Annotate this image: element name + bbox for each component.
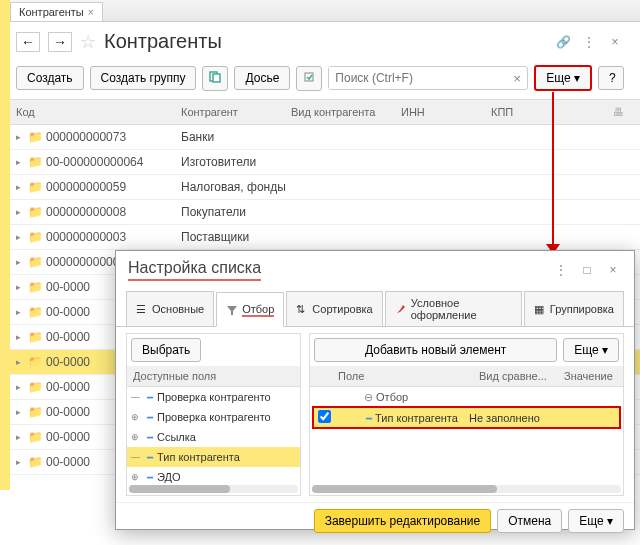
print-icon[interactable]: 🖶 (613, 106, 624, 118)
scrollbar[interactable] (129, 485, 298, 493)
folder-icon: 📁 (28, 430, 46, 444)
column-inn[interactable]: ИНН (401, 106, 491, 118)
favorite-icon[interactable]: ☆ (80, 31, 96, 53)
expand-icon[interactable]: ▸ (16, 257, 28, 267)
link-icon[interactable]: 🔗 (554, 33, 572, 51)
expand-icon[interactable]: ▸ (16, 307, 28, 317)
condition-header: Поле Вид сравне... Значение (310, 366, 623, 387)
list-icon: ☰ (136, 303, 148, 315)
annotation-arrow (552, 92, 554, 247)
expand-icon[interactable]: ▸ (16, 132, 28, 142)
field-label: Тип контрагента (157, 451, 240, 463)
select-button[interactable]: Выбрать (131, 338, 201, 362)
more-button[interactable]: Еще ▾ (534, 65, 592, 91)
expand-icon[interactable]: ▸ (16, 232, 28, 242)
create-button[interactable]: Создать (16, 66, 84, 90)
expand-icon[interactable]: ▸ (16, 182, 28, 192)
field-item[interactable]: —━Проверка контрагенто (127, 387, 300, 407)
create-group-button[interactable]: Создать группу (90, 66, 197, 90)
expand-icon[interactable]: ▸ (16, 457, 28, 467)
close-icon[interactable]: × (604, 261, 622, 279)
folder-icon: 📁 (28, 305, 46, 319)
page-title: Контрагенты (104, 30, 222, 53)
table-header: Код Контрагент Вид контрагента ИНН КПП 🖶 (0, 99, 640, 125)
forward-button[interactable]: → (48, 32, 72, 52)
document-tab[interactable]: Контрагенты × (10, 2, 103, 21)
attach-button[interactable] (296, 66, 322, 91)
filter-icon (226, 304, 238, 316)
sort-icon: ⇅ (296, 303, 308, 315)
field-icon: ━ (147, 432, 153, 443)
folder-icon: 📁 (28, 230, 46, 244)
field-label: ЭДО (157, 471, 181, 483)
row-code: 000000000003 (46, 230, 181, 244)
close-icon[interactable]: × (606, 33, 624, 51)
field-item[interactable]: ⊕━Проверка контрагенто (127, 407, 300, 427)
field-icon: ━ (147, 392, 153, 403)
table-row[interactable]: ▸📁000000000073Банки (0, 125, 640, 150)
copy-button[interactable] (202, 66, 228, 91)
back-button[interactable]: ← (16, 32, 40, 52)
group-icon: ▦ (534, 303, 546, 315)
expand-icon[interactable]: ▸ (16, 357, 28, 367)
tab-group[interactable]: ▦Группировка (524, 291, 624, 326)
field-item[interactable]: —━Тип контрагента (127, 447, 300, 467)
folder-icon: 📁 (28, 380, 46, 394)
expand-icon[interactable]: ⊕ (131, 412, 139, 422)
field-item[interactable]: ⊕━Ссылка (127, 427, 300, 447)
available-fields-header: Доступные поля (127, 366, 300, 387)
expand-icon[interactable]: ▸ (16, 332, 28, 342)
tab-format[interactable]: Условное оформление (385, 291, 522, 326)
field-item[interactable]: ⊕━ЭДО (127, 467, 300, 483)
tab-main[interactable]: ☰Основные (126, 291, 214, 326)
help-button[interactable]: ? (598, 66, 624, 90)
field-icon: ━ (147, 472, 153, 483)
dossier-button[interactable]: Досье (234, 66, 290, 90)
menu-icon[interactable]: ⋮ (552, 261, 570, 279)
table-row[interactable]: ▸📁00-000000000064Изготовители (0, 150, 640, 175)
expand-icon[interactable]: — (131, 392, 140, 402)
column-name[interactable]: Контрагент (181, 106, 291, 118)
condition-checkbox[interactable] (318, 410, 331, 423)
row-name: Банки (181, 130, 624, 144)
expand-icon[interactable]: ⊕ (131, 432, 139, 442)
expand-icon[interactable]: ▸ (16, 282, 28, 292)
tab-filter[interactable]: Отбор (216, 292, 284, 327)
search-input[interactable] (329, 67, 507, 89)
row-code: 00-000000000064 (46, 155, 181, 169)
clear-search-icon[interactable]: × (507, 67, 527, 89)
expand-icon[interactable]: — (131, 452, 140, 462)
expand-icon[interactable]: ⊕ (131, 472, 139, 482)
folder-icon: 📁 (28, 405, 46, 419)
expand-icon[interactable]: ▸ (16, 407, 28, 417)
expand-icon[interactable]: ▸ (16, 207, 28, 217)
more-button[interactable]: Еще ▾ (563, 338, 619, 362)
folder-icon: 📁 (28, 355, 46, 369)
expand-icon[interactable]: ▸ (16, 157, 28, 167)
menu-icon[interactable]: ⋮ (580, 33, 598, 51)
scrollbar[interactable] (312, 485, 621, 493)
finish-editing-button[interactable]: Завершить редактирование (314, 509, 492, 533)
maximize-icon[interactable]: □ (578, 261, 596, 279)
column-type[interactable]: Вид контрагента (291, 106, 401, 118)
add-element-button[interactable]: Добавить новый элемент (314, 338, 557, 362)
close-icon[interactable]: × (88, 7, 94, 18)
cancel-button[interactable]: Отмена (497, 509, 562, 533)
list-settings-dialog: Настройка списка ⋮ □ × ☰Основные Отбор ⇅… (115, 250, 635, 530)
expand-icon[interactable]: ▸ (16, 382, 28, 392)
more-button[interactable]: Еще ▾ (568, 509, 624, 533)
column-code[interactable]: Код (16, 106, 181, 118)
table-row[interactable]: ▸📁000000000008Покупатели (0, 200, 640, 225)
field-icon: ━ (366, 413, 372, 424)
tab-sort[interactable]: ⇅Сортировка (286, 291, 382, 326)
filter-condition-row[interactable]: ━ Тип контрагента Не заполнено (312, 406, 621, 429)
expand-icon[interactable]: ▸ (16, 432, 28, 442)
folder-icon: 📁 (28, 255, 46, 269)
field-icon: ━ (147, 412, 153, 423)
svg-rect-1 (213, 74, 220, 82)
table-row[interactable]: ▸📁000000000003Поставщики (0, 225, 640, 250)
table-row[interactable]: ▸📁000000000059Налоговая, фонды (0, 175, 640, 200)
filter-root-row[interactable]: ⊖ Отбор (312, 389, 621, 406)
folder-icon: 📁 (28, 330, 46, 344)
row-name: Покупатели (181, 205, 624, 219)
